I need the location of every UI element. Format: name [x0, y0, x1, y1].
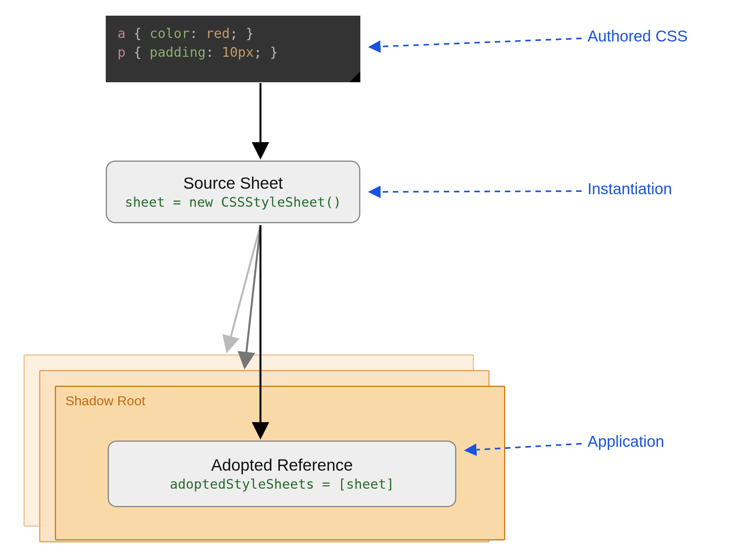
arrow-source-to-card2 — [245, 225, 260, 367]
css-punct: : — [206, 44, 222, 60]
authored-css-codeblock: a { color: red; } p { padding: 10px; } — [106, 16, 360, 82]
adopted-reference-box: Adopted Reference adoptedStyleSheets = [… — [108, 441, 456, 507]
css-property: padding — [150, 44, 206, 60]
shadow-root-label: Shadow Root — [65, 393, 145, 408]
arrow-source-to-card3 — [227, 225, 260, 350]
css-value: 10px — [222, 44, 254, 60]
css-punct: ; } — [254, 44, 278, 60]
source-sheet-code: sheet = new CSSStyleSheet() — [125, 194, 342, 210]
adopted-reference-code: adoptedStyleSheets = [sheet] — [170, 476, 394, 492]
annotation-application: Application — [588, 433, 664, 450]
css-selector: a — [118, 25, 125, 41]
css-punct: { — [125, 25, 149, 41]
css-punct: ; } — [230, 25, 254, 41]
annot-arrow-instantiation — [370, 191, 582, 192]
css-punct: : — [190, 25, 206, 41]
source-sheet-title: Source Sheet — [183, 174, 283, 193]
css-value: red — [206, 25, 230, 41]
annotation-authored-css: Authored CSS — [588, 27, 688, 45]
annot-arrow-authored-css — [370, 38, 582, 47]
css-property: color — [150, 25, 190, 41]
annotation-instantiation: Instantiation — [588, 180, 672, 198]
adopted-reference-title: Adopted Reference — [211, 456, 353, 475]
source-sheet-box: Source Sheet sheet = new CSSStyleSheet() — [106, 161, 360, 223]
code-line-1: a { color: red; } — [118, 24, 349, 43]
code-line-2: p { padding: 10px; } — [118, 43, 349, 62]
css-selector: p — [118, 44, 125, 60]
diagram-stage: a { color: red; } p { padding: 10px; } S… — [0, 0, 734, 560]
css-punct: { — [125, 44, 149, 60]
